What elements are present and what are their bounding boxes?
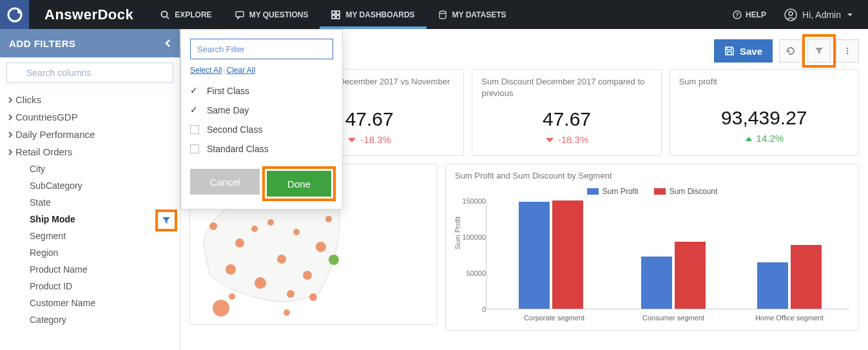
chart-card[interactable]: Sum Profit and Sum Discount by Segment S…: [445, 164, 859, 331]
filter-funnel-icon: [162, 216, 171, 225]
y-axis: 150000 100000 50000 0: [464, 201, 486, 309]
tree-child-product-name[interactable]: Product Name: [3, 261, 180, 278]
svg-rect-8: [336, 15, 340, 19]
chart-area: Sum Profit 150000 100000 50000 0 Corpora…: [455, 201, 849, 324]
cancel-button[interactable]: Cancel: [190, 169, 260, 195]
nav-my-questions[interactable]: MY QUESTIONS: [224, 0, 320, 29]
clear-all-link[interactable]: Clear All: [226, 66, 255, 75]
legend-swatch: [587, 188, 599, 195]
tree-child-label: Category: [30, 315, 66, 325]
tree-child-region[interactable]: Region: [3, 244, 180, 261]
done-button[interactable]: Done: [267, 171, 331, 197]
tree-parent-clicks[interactable]: Clicks: [3, 91, 180, 108]
kpi-card[interactable]: Sum profit 93,439.27 14.2%: [670, 69, 859, 156]
filter-search-input[interactable]: [190, 39, 333, 59]
kpi-change: 14.2%: [679, 133, 849, 144]
kpi-value: 47.67: [481, 108, 651, 130]
nav-my-dashboards[interactable]: MY DASHBOARDS: [320, 0, 426, 29]
filter-option-label: First Class: [207, 86, 249, 96]
filter-option-first-class[interactable]: First Class: [190, 81, 333, 101]
nav-explore[interactable]: EXPLORE: [149, 0, 223, 29]
refresh-button[interactable]: [779, 39, 802, 63]
tree-label: Retail Orders: [15, 146, 72, 157]
sidebar-header: ADD FILTERS: [0, 29, 180, 57]
chevron-right-icon: [8, 114, 13, 121]
y-tick: 100000: [462, 233, 486, 241]
kpi-change: -18.3%: [481, 134, 651, 145]
svg-rect-7: [332, 15, 335, 19]
filter-button[interactable]: [807, 39, 831, 63]
legend-label: Sum Profit: [603, 187, 639, 196]
tree-child-label: Ship Mode: [30, 214, 75, 224]
nav-my-dashboards-label: MY DASHBOARDS: [345, 10, 414, 19]
kebab-icon: [843, 46, 852, 55]
sidebar: ADD FILTERS Clicks CountriesGDP Daily Pe…: [0, 29, 180, 350]
filter-actions: Cancel Done: [190, 169, 333, 199]
sidebar-collapse-icon[interactable]: [164, 39, 171, 48]
filter-popover: Select All|Clear All First Class Same Da…: [180, 29, 343, 209]
y-tick: 150000: [462, 197, 486, 205]
sidebar-search-input[interactable]: [6, 63, 173, 83]
x-category: Corporate segment: [499, 314, 609, 322]
triangle-down-icon: [545, 137, 554, 143]
filter-option-label: Standard Class: [207, 144, 269, 154]
svg-point-18: [847, 53, 849, 55]
plot-area: Corporate segment Consumer segment Home …: [486, 201, 849, 309]
bar-group: [628, 242, 719, 309]
x-category: Home Office segment: [735, 314, 844, 322]
tree-child-subcategory[interactable]: SubCategory: [3, 177, 180, 194]
tree-label: Clicks: [15, 94, 41, 105]
help-link[interactable]: ? HELP: [724, 10, 775, 19]
avatar-icon: [784, 8, 797, 21]
filter-option-label: Second Class: [207, 124, 262, 135]
chevron-right-icon: [8, 97, 13, 103]
chat-icon: [235, 10, 244, 19]
tree-child-category[interactable]: Category: [3, 311, 180, 328]
select-all-link[interactable]: Select All: [190, 66, 222, 75]
legend-item-sum-discount: Sum Discount: [654, 187, 718, 196]
help-icon: ?: [733, 10, 742, 19]
nav-my-datasets[interactable]: MY DATASETS: [427, 0, 518, 29]
tree-child-label: Region: [30, 248, 58, 258]
tree-child-segment[interactable]: Segment: [3, 228, 180, 244]
svg-point-13: [789, 12, 793, 15]
top-nav: AnswerDock EXPLORE MY QUESTIONS MY DASHB…: [0, 0, 868, 29]
kpi-card[interactable]: Sum Discount December 2017 compared to p…: [472, 69, 661, 156]
checkbox-icon: [190, 125, 199, 134]
tree-child-state[interactable]: State: [3, 194, 180, 211]
done-highlight: Done: [265, 169, 333, 199]
kpi-title: Sum Discount December 2017 compared to p…: [481, 76, 651, 99]
more-options-button[interactable]: [836, 39, 859, 63]
filter-option-same-day[interactable]: Same Day: [190, 101, 333, 120]
brand-logo: [0, 0, 29, 29]
bar: [675, 242, 706, 309]
page-body: ADD FILTERS Clicks CountriesGDP Daily Pe…: [0, 29, 868, 350]
save-button[interactable]: Save: [714, 39, 773, 63]
checkbox-icon: [190, 106, 199, 115]
save-icon: [724, 46, 735, 56]
caret-down-icon: [846, 11, 854, 19]
tree-parent-countriesgdp[interactable]: CountriesGDP: [3, 108, 180, 126]
tree-child-label: SubCategory: [30, 180, 82, 191]
legend-label: Sum Discount: [670, 187, 718, 196]
brand-name: AnswerDock: [29, 6, 149, 23]
tree-child-customer-name[interactable]: Customer Name: [3, 295, 180, 311]
tree-child-label: Segment: [30, 231, 66, 241]
filter-option-standard-class[interactable]: Standard Class: [190, 139, 333, 159]
tree-child-product-id[interactable]: Product ID: [3, 278, 180, 295]
tree-parent-retail-orders[interactable]: Retail Orders: [3, 143, 180, 160]
tree-parent-daily-performance[interactable]: Daily Performance: [3, 126, 180, 143]
refresh-icon: [786, 46, 796, 56]
svg-point-1: [17, 10, 21, 14]
tree-child-ship-mode[interactable]: Ship Mode: [3, 211, 180, 228]
x-category: Consumer segment: [619, 314, 728, 322]
svg-point-16: [847, 48, 849, 50]
bar: [641, 257, 672, 309]
filter-option-second-class[interactable]: Second Class: [190, 120, 333, 139]
user-menu[interactable]: Hi, Admin: [775, 8, 868, 21]
tree-label: CountriesGDP: [15, 112, 78, 122]
tree-child-city[interactable]: City: [3, 160, 180, 177]
kpi-change-value: -18.3%: [558, 134, 589, 145]
bar-group: [744, 245, 834, 309]
svg-text:?: ?: [735, 12, 739, 18]
